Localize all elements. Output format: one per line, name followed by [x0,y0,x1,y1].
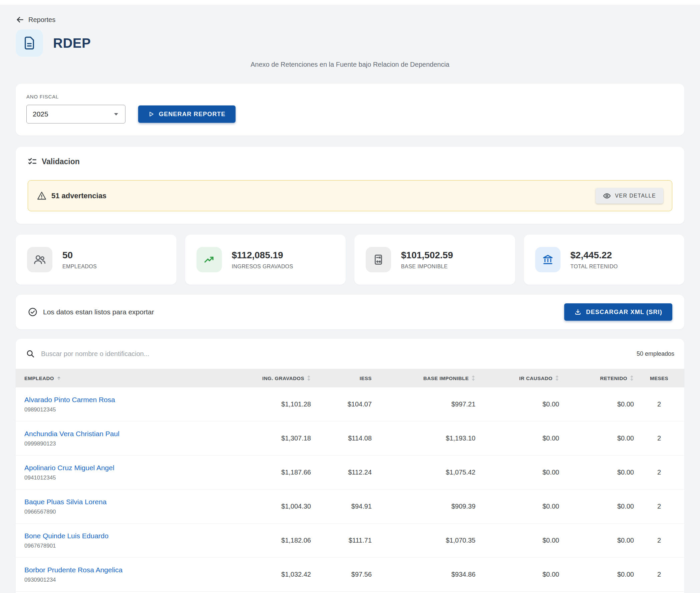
stat-value: $112,085.19 [232,250,293,261]
employee-id: 0999890123 [24,440,196,447]
table-row: Bone Quinde Luis Eduardo 0967678901 $1,1… [16,524,684,558]
ver-detalle-label: VER DETALLE [615,193,656,199]
employee-name-link[interactable]: Anchundia Vera Christian Paul [24,430,119,438]
employee-name-link[interactable]: Apolinario Cruz Miguel Angel [24,464,115,472]
sort-both-icon [306,375,311,381]
cell-base-imponible: $1,193.10 [372,434,476,442]
download-icon [574,308,582,316]
column-header-ir-causado[interactable]: IR CAUSADO [476,375,559,381]
stat-card-base-imponible: $101,502.59 BASE IMPONIBLE [354,235,515,285]
employee-name-link[interactable]: Alvarado Pinto Carmen Rosa [24,396,115,404]
stat-card-empleados: 50 EMPLEADOS [16,235,176,285]
sort-asc-icon [56,376,61,381]
cell-retenido: $0.00 [559,469,634,476]
cell-ir-causado: $0.00 [476,503,559,510]
caret-down-icon [114,113,118,116]
page-title: RDEP [53,36,91,51]
warnings-banner: 51 advertencias VER DETALLE [28,180,672,211]
top-strip [0,0,700,5]
stat-card-ingresos: $112,085.19 INGRESOS GRAVADOS [185,235,346,285]
cell-ir-causado: $0.00 [476,537,559,544]
stat-value: $101,502.59 [401,250,453,261]
cell-iess: $97.56 [311,570,372,578]
employee-id: 0989012345 [24,406,196,413]
generate-report-button[interactable]: GENERAR REPORTE [138,106,236,123]
back-link[interactable]: Reportes [16,15,55,24]
cell-ing-gravados: $1,101.28 [196,400,311,408]
employee-id: 0930901234 [24,577,196,583]
back-arrow-icon [16,15,24,24]
stat-label: BASE IMPONIBLE [401,264,453,270]
cell-retenido: $0.00 [559,400,634,408]
sort-both-icon [630,375,634,381]
cell-retenido: $0.00 [559,434,634,442]
fiscal-year-label: ANO FISCAL [26,94,674,100]
cell-base-imponible: $1,070.35 [372,537,476,544]
cell-base-imponible: $909.39 [372,503,476,510]
cell-ing-gravados: $1,032.42 [196,570,311,578]
cell-iess: $112.24 [311,469,372,476]
cell-meses: 2 [634,434,684,442]
table-row: Apolinario Cruz Miguel Angel 0941012345 … [16,456,684,489]
stat-value: $2,445.22 [571,250,618,261]
bank-icon [535,247,561,272]
validation-card: Validacion 51 advertencias VER DETALLE [16,147,684,224]
search-icon [26,349,35,358]
stat-label: EMPLEADOS [63,264,97,270]
cell-retenido: $0.00 [559,537,634,544]
cell-ir-causado: $0.00 [476,469,559,476]
people-icon [27,247,52,272]
cell-meses: 2 [634,503,684,510]
stat-card-total-retenido: $2,445.22 TOTAL RETENIDO [524,235,685,285]
column-header-retenido[interactable]: RETENIDO [559,375,634,381]
checklist-icon [28,157,37,166]
sort-both-icon [471,375,476,381]
cell-iess: $104.07 [311,400,372,408]
table-row: Alvarado Pinto Carmen Rosa 0989012345 $1… [16,388,684,422]
employee-id: 0966567890 [24,509,196,515]
employee-name-link[interactable]: Baque Pluas Silvia Lorena [24,498,107,506]
fiscal-year-select[interactable]: 2025 [26,105,125,123]
download-xml-button[interactable]: DESCARGAR XML (SRI) [564,303,672,321]
fiscal-year-value: 2025 [33,110,48,118]
check-circle-icon [28,307,38,317]
page-subtitle: Anexo de Retenciones en la Fuente bajo R… [16,61,684,69]
sort-both-icon [555,375,559,381]
report-icon-tile [16,29,43,57]
cell-iess: $111.71 [311,537,372,544]
employees-table-card: 50 empleados EMPLEADO ING. GRAVADOS IESS [16,339,684,593]
cell-iess: $94.91 [311,503,372,510]
search-input[interactable] [41,350,630,358]
generate-report-label: GENERAR REPORTE [159,111,225,118]
column-header-meses: MESES [634,375,684,381]
cell-meses: 2 [634,469,684,476]
column-header-ing-gravados[interactable]: ING. GRAVADOS [196,375,311,381]
back-link-label: Reportes [28,16,55,24]
cell-meses: 2 [634,570,684,578]
table-row: Borbor Prudente Rosa Angelica 0930901234… [16,558,684,592]
validation-title: Validacion [42,157,80,166]
warnings-count-text: 51 advertencias [51,192,107,200]
column-header-base-imponible[interactable]: BASE IMPONIBLE [372,375,476,381]
document-icon [23,36,36,50]
table-row: Anchundia Vera Christian Paul 0999890123… [16,422,684,456]
cell-base-imponible: $934.86 [372,570,476,578]
trending-up-icon [197,247,222,272]
export-card: Los datos estan listos para exportar DES… [16,295,684,329]
cell-ing-gravados: $1,307.18 [196,434,311,442]
cell-ing-gravados: $1,182.06 [196,537,311,544]
employee-name-link[interactable]: Bone Quinde Luis Eduardo [24,532,109,540]
column-header-empleado[interactable]: EMPLEADO [16,375,196,381]
employee-name-link[interactable]: Borbor Prudente Rosa Angelica [24,566,122,574]
cell-retenido: $0.00 [559,570,634,578]
cell-iess: $114.08 [311,434,372,442]
employee-count: 50 empleados [636,350,674,357]
cell-ir-causado: $0.00 [476,400,559,408]
warning-icon [37,191,47,201]
ver-detalle-button[interactable]: VER DETALLE [595,188,663,204]
cell-retenido: $0.00 [559,503,634,510]
eye-icon [603,192,611,200]
export-status-text: Los datos estan listos para exportar [43,308,154,316]
stat-value: 50 [63,250,97,261]
cell-base-imponible: $997.21 [372,400,476,408]
